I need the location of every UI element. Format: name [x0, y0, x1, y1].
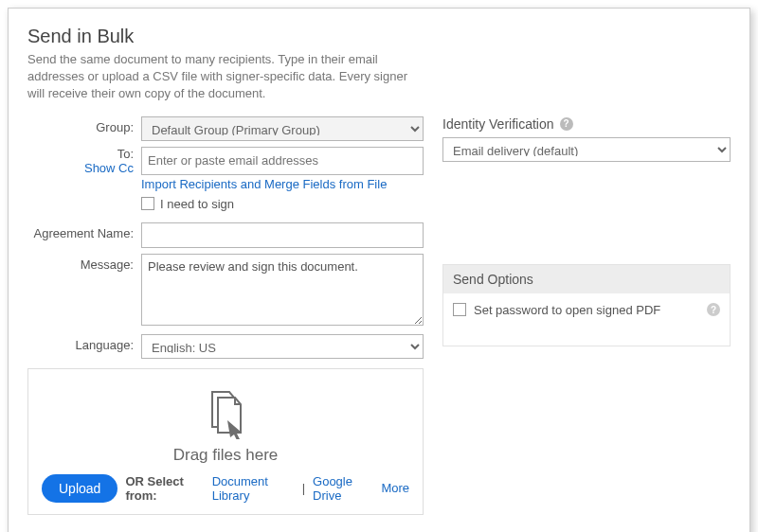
left-column: Group: Default Group (Primary Group) To:…	[27, 116, 424, 515]
need-sign-label: I need to sign	[160, 197, 234, 211]
file-dropzone[interactable]: Drag files here Upload OR Select from: D…	[27, 368, 424, 515]
message-textarea[interactable]	[141, 254, 424, 326]
send-bulk-page: Send in Bulk Send the same document to m…	[8, 8, 750, 532]
language-select[interactable]: English: US	[141, 334, 424, 359]
separator: |	[302, 481, 305, 495]
files-icon	[199, 386, 252, 442]
document-library-link[interactable]: Document Library	[212, 474, 295, 503]
help-icon[interactable]: ?	[707, 303, 720, 316]
to-label: To:	[117, 147, 134, 161]
page-title: Send in Bulk	[27, 26, 731, 47]
google-drive-link[interactable]: Google Drive	[313, 474, 373, 503]
help-icon[interactable]: ?	[560, 117, 573, 131]
language-label: Language:	[27, 334, 141, 352]
more-link[interactable]: More	[381, 481, 409, 495]
page-subtitle: Send the same document to many recipient…	[27, 51, 425, 103]
import-recipients-link[interactable]: Import Recipients and Merge Fields from …	[141, 177, 387, 191]
right-column: Identity Verification ? Email delivery (…	[442, 116, 731, 515]
show-cc-link[interactable]: Show Cc	[84, 161, 134, 175]
drag-files-label: Drag files here	[42, 446, 409, 465]
upload-button[interactable]: Upload	[42, 474, 117, 503]
send-options-panel: Send Options Set password to open signed…	[442, 264, 731, 346]
send-options-header: Send Options	[443, 265, 730, 293]
group-select[interactable]: Default Group (Primary Group)	[141, 116, 424, 141]
need-sign-checkbox[interactable]	[141, 197, 154, 210]
to-input[interactable]	[141, 147, 424, 175]
pdf-password-label: Set password to open signed PDF	[474, 303, 660, 317]
agreement-label: Agreement Name:	[27, 222, 141, 240]
pdf-password-checkbox[interactable]	[453, 303, 466, 316]
group-label: Group:	[27, 116, 141, 134]
message-label: Message:	[27, 254, 141, 272]
agreement-input[interactable]	[141, 222, 424, 248]
or-select-label: OR Select from:	[125, 474, 204, 503]
identity-verification-select[interactable]: Email delivery (default)	[442, 137, 731, 162]
identity-verification-label: Identity Verification	[442, 116, 554, 132]
